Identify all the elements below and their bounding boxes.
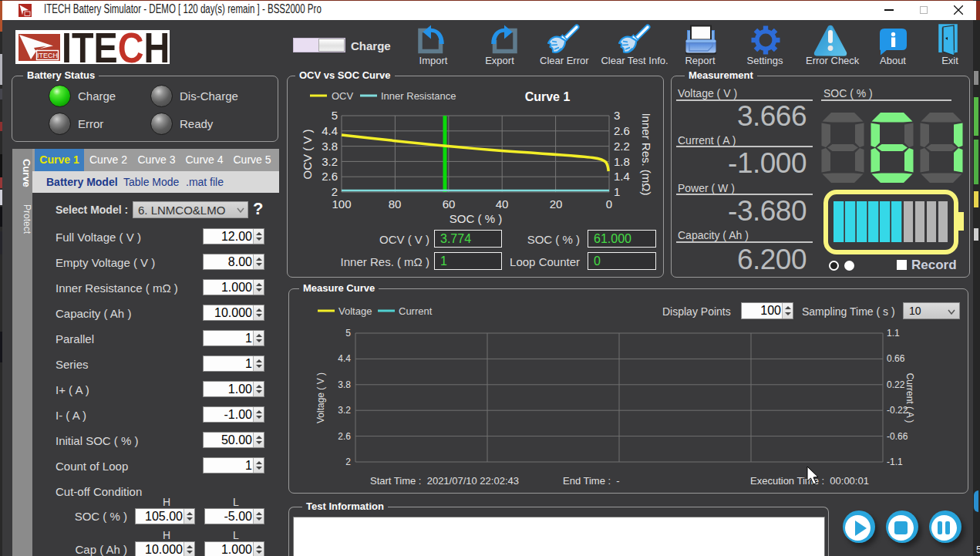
svg-text:3.8: 3.8 [338,379,351,390]
svg-text:OCV: OCV [332,90,354,102]
svg-text:2.6: 2.6 [338,431,351,442]
svg-text:100: 100 [332,197,351,211]
svg-text:Voltage: Voltage [338,305,372,317]
svg-text:Inner Res. (mΩ): Inner Res. (mΩ) [640,113,653,195]
svg-text:0.66: 0.66 [887,353,905,364]
svg-text:3.2: 3.2 [338,405,351,416]
svg-text:OCV ( V ): OCV ( V ) [301,129,314,179]
svg-text:Curve 1: Curve 1 [525,90,571,103]
svg-text:2: 2 [332,185,338,198]
svg-text:1.4: 1.4 [614,170,630,183]
svg-text:5: 5 [332,109,338,122]
svg-text:0: 0 [606,197,612,211]
svg-text:3.2: 3.2 [322,155,338,168]
svg-text:4.4: 4.4 [322,124,338,137]
svg-text:1.1: 1.1 [887,328,900,339]
svg-text:-0.66: -0.66 [887,431,908,442]
svg-text:40: 40 [496,197,509,211]
svg-text:80: 80 [389,197,402,211]
svg-text:3.8: 3.8 [322,140,338,153]
svg-text:End Time : -: End Time : - [563,475,620,487]
svg-text:5: 5 [345,328,351,339]
svg-text:2.6: 2.6 [322,170,338,183]
svg-text:-1.1: -1.1 [887,457,903,467]
svg-text:1.8: 1.8 [614,155,630,168]
svg-text:Current ( A ): Current ( A ) [904,373,915,423]
svg-text:ITECH: ITECH [37,52,58,59]
svg-text:20: 20 [550,197,563,211]
svg-text:4.4: 4.4 [338,353,351,364]
svg-text:SOC ( % ): SOC ( % ) [450,212,502,225]
svg-text:Inner Resistance: Inner Resistance [381,90,456,102]
svg-text:Current: Current [399,305,433,317]
svg-text:0.22: 0.22 [887,379,905,390]
svg-text:60: 60 [443,197,456,211]
svg-text:Voltage ( V ): Voltage ( V ) [315,372,326,423]
svg-text:2.6: 2.6 [614,124,630,137]
svg-text:2: 2 [345,457,351,467]
svg-text:3: 3 [614,109,620,122]
svg-text:2.2: 2.2 [614,140,630,153]
svg-text:Start Time : 2021/07/10 22:02: Start Time : 2021/07/10 22:02:43 [370,475,519,487]
svg-text:1: 1 [614,185,620,198]
